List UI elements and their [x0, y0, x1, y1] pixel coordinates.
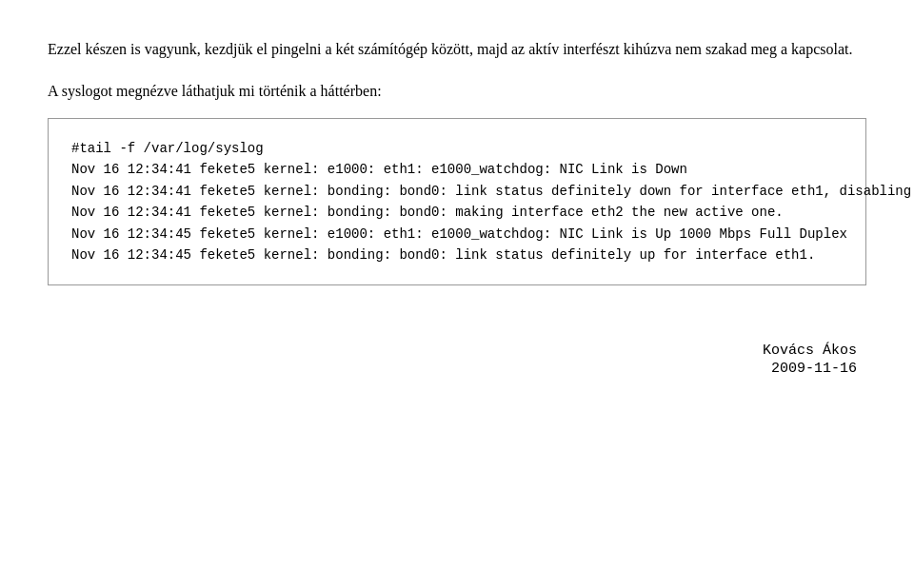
syslog-code-block: #tail -f /var/log/syslog Nov 16 12:34:41…: [48, 118, 866, 285]
author-name: Kovács Ákos: [48, 343, 857, 359]
author-date: 2009-11-16: [48, 361, 857, 377]
section-label: A syslogot megnézve láthatjuk mi történi…: [48, 80, 866, 103]
intro-paragraph-1: Ezzel készen is vagyunk, kezdjük el ping…: [48, 38, 866, 61]
author-block: Kovács Ákos 2009-11-16: [48, 343, 866, 377]
